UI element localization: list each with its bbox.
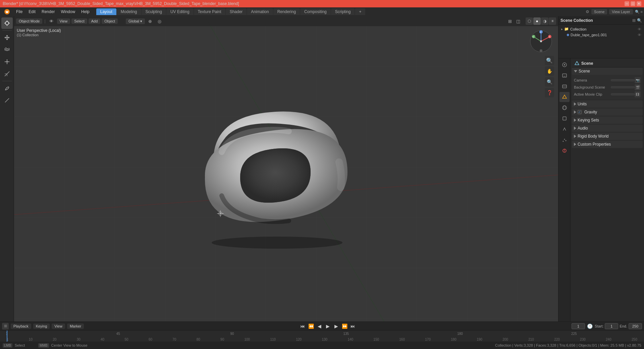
tab-sculpting[interactable]: Sculpting — [142, 8, 166, 15]
shade-material[interactable]: ◑ — [541, 17, 548, 25]
playback-menu[interactable]: Playback — [11, 323, 31, 329]
prop-tab-object[interactable] — [559, 113, 570, 123]
collection-visibility[interactable]: 👁 — [638, 27, 641, 31]
close-button[interactable]: ✕ — [637, 1, 641, 6]
scene-selector[interactable]: Scene — [591, 9, 607, 14]
view-axis-widget[interactable]: Z X Y — [529, 30, 553, 53]
proportional-edit[interactable]: ◎ — [156, 17, 164, 25]
mesh-visibility[interactable]: 👁 — [638, 33, 641, 37]
prop-tab-physics[interactable] — [559, 146, 570, 156]
menu-help[interactable]: Help — [78, 9, 92, 15]
jump-start-button[interactable]: ⏮ — [299, 322, 306, 330]
menu-window[interactable]: Window — [58, 9, 78, 15]
section-rigid-body-header[interactable]: Rigid Body World — [572, 133, 643, 140]
section-gravity-header[interactable]: Gravity — [572, 108, 643, 116]
transform-orientation[interactable]: Global ▾ — [126, 18, 145, 24]
prop-tab-scene[interactable] — [559, 92, 570, 102]
play-button[interactable]: ▶ — [324, 322, 331, 330]
tool-measure[interactable] — [1, 95, 13, 106]
zoom-out-button[interactable]: 🔍 — [545, 77, 554, 87]
timeline-body[interactable]: 1 45 90 135 180 225 1 10 20 30 40 50 60 … — [0, 331, 644, 342]
tab-layout[interactable]: Layout — [96, 8, 116, 15]
section-keying-sets-header[interactable]: Keying Sets — [572, 116, 643, 124]
tab-modeling[interactable]: Modeling — [117, 8, 141, 15]
add-menu[interactable]: Add — [89, 18, 101, 24]
movie-picker[interactable]: 🎞 — [635, 91, 641, 97]
object-menu[interactable]: Object — [102, 18, 118, 24]
tab-add[interactable]: + — [355, 8, 365, 15]
section-audio-header[interactable]: Audio — [572, 124, 643, 132]
step-forward-button[interactable]: ▶ — [332, 322, 340, 330]
camera-value[interactable] — [611, 79, 635, 81]
tool-rotate[interactable] — [1, 44, 13, 55]
prop-tab-particles[interactable] — [559, 135, 570, 145]
section-custom-props-header[interactable]: Custom Properties — [572, 141, 643, 148]
svg-point-57 — [565, 140, 566, 141]
viewport-view-menu[interactable]: 👁 — [48, 17, 56, 25]
window-controls[interactable]: ─ □ ✕ — [625, 1, 641, 6]
step-back-button[interactable]: ◀ — [316, 322, 323, 330]
tab-scripting[interactable]: Scripting — [331, 8, 355, 15]
prop-tab-output[interactable] — [559, 70, 570, 81]
prop-tab-modifier[interactable] — [559, 124, 570, 134]
camera-lock-button[interactable]: ❓ — [545, 88, 554, 97]
shade-wireframe[interactable]: ⬡ — [526, 17, 533, 25]
section-units-header[interactable]: Units — [572, 100, 643, 108]
shade-solid[interactable]: ● — [533, 17, 541, 25]
maximize-button[interactable]: □ — [631, 1, 635, 6]
shade-rendered[interactable]: ☀ — [549, 17, 556, 25]
prop-tab-render[interactable] — [559, 60, 570, 70]
prop-tab-view-layer[interactable] — [559, 81, 570, 91]
tab-texture-paint[interactable]: Texture Paint — [194, 8, 225, 15]
minimize-button[interactable]: ─ — [625, 1, 629, 6]
menu-render[interactable]: Render — [39, 9, 57, 15]
gravity-checkbox[interactable] — [578, 110, 582, 114]
tab-animation[interactable]: Animation — [247, 8, 273, 15]
tool-transform[interactable] — [1, 68, 13, 80]
outliner-item-mesh[interactable]: ◆ Duble_tape_geo1.001 👁 — [560, 32, 643, 38]
svg-marker-61 — [575, 61, 579, 65]
tab-shader[interactable]: Shader — [226, 8, 247, 15]
tool-cursor[interactable] — [1, 17, 13, 29]
background-picker[interactable]: 🎬 — [635, 84, 641, 90]
viewport[interactable]: Object Mode | 👁 View Select Add Object G… — [14, 16, 558, 321]
object-mode-selector[interactable]: Object Mode — [16, 18, 42, 24]
view-menu[interactable]: View — [57, 18, 70, 24]
outliner-item-collection[interactable]: ▸ 📁 Collection 👁 — [560, 26, 643, 32]
tab-uv-editing[interactable]: UV Editing — [166, 8, 194, 15]
marker-menu[interactable]: Marker — [67, 323, 84, 329]
search-icon[interactable]: 🔍 — [637, 18, 642, 23]
view-layer-selector[interactable]: View Layer — [609, 9, 633, 14]
tool-annotate[interactable] — [1, 83, 13, 94]
tool-scale[interactable] — [1, 56, 13, 67]
menu-blender[interactable] — [1, 8, 13, 15]
select-menu[interactable]: Select — [71, 18, 87, 24]
tool-move[interactable] — [1, 32, 13, 43]
hand-tool-button[interactable]: ✋ — [545, 66, 554, 76]
next-keyframe-button[interactable]: ⏩ — [341, 322, 348, 330]
start-frame[interactable]: 1 — [605, 323, 618, 329]
xray-toggle[interactable]: ◫ — [514, 17, 522, 25]
menu-file[interactable]: File — [13, 9, 25, 15]
view-menu-tl[interactable]: View — [52, 323, 65, 329]
background-scene-value[interactable] — [611, 86, 635, 88]
keying-menu[interactable]: Keying — [33, 323, 50, 329]
tab-compositing[interactable]: Compositing — [300, 8, 331, 15]
camera-picker[interactable]: 📷 — [635, 77, 641, 83]
prev-keyframe-button[interactable]: ⏪ — [307, 322, 315, 330]
section-scene-header[interactable]: Scene — [572, 67, 643, 75]
filter-icon[interactable]: ⊞ — [632, 18, 636, 23]
jump-end-button[interactable]: ⏭ — [349, 322, 357, 330]
tab-rendering[interactable]: Rendering — [273, 8, 300, 15]
svg-point-28 — [212, 237, 342, 249]
snap-toggle[interactable]: ⊕ — [146, 17, 154, 25]
current-frame-display[interactable]: 1 — [572, 323, 585, 329]
prop-tab-world[interactable] — [559, 103, 570, 113]
active-movie-value[interactable] — [611, 93, 635, 95]
collection-icon: 📁 — [564, 27, 569, 31]
zoom-in-button[interactable]: 🔍 — [545, 56, 554, 65]
timeline-mode-btn[interactable]: ⊞ — [2, 323, 9, 330]
end-frame[interactable]: 250 — [629, 323, 642, 329]
menu-edit[interactable]: Edit — [26, 9, 38, 15]
overlay-toggle[interactable]: ⊞ — [506, 17, 514, 25]
